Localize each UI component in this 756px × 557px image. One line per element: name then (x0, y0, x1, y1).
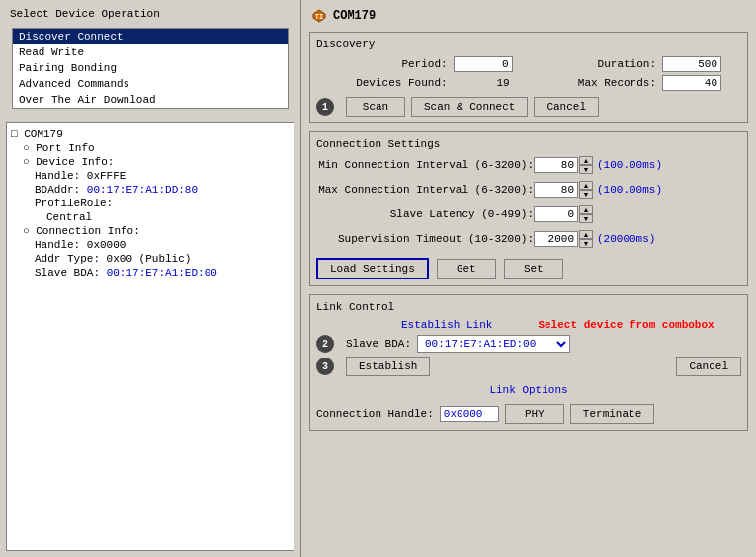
link-control-section: Link Control Establish Link Select devic… (309, 294, 748, 431)
operation-item[interactable]: Advanced Commands (13, 76, 288, 92)
scan-connect-button[interactable]: Scan & Connect (411, 97, 528, 117)
discovery-grid: Period: Duration: Devices Found: Max Rec… (316, 56, 741, 91)
device-operation-title: Select Device Operation (6, 6, 294, 22)
establish-cancel-row: 3 Establish Cancel (316, 357, 741, 376)
max-interval-input[interactable] (534, 182, 578, 198)
terminate-button[interactable]: Terminate (570, 404, 654, 424)
tree-item: ProfileRole: (11, 197, 290, 210)
max-records-input[interactable] (662, 75, 721, 91)
load-settings-button[interactable]: Load Settings (316, 258, 429, 279)
main-container: Select Device Operation Discover Connect… (0, 0, 756, 557)
get-button[interactable]: Get (437, 259, 496, 278)
tree-item: Addr Type: 0x00 (Public) (11, 252, 290, 266)
min-interval-label: Min Connection Interval (6-3200): (316, 159, 534, 171)
tree-item: Slave BDA: 00:17:E7:A1:ED:00 (11, 266, 290, 279)
max-interval-up[interactable]: ▲ (579, 181, 593, 190)
operation-item[interactable]: Over The Air Download (13, 92, 288, 108)
duration-label: Duration: (539, 58, 656, 70)
tree-panel: □ COM179○ Port Info○ Device Info:Handle:… (6, 122, 294, 551)
establish-button[interactable]: Establish (346, 357, 430, 376)
period-label: Period: (316, 58, 448, 70)
discovery-title: Discovery (316, 39, 741, 50)
tree-item: ○ Port Info (11, 141, 290, 155)
slave-latency-up[interactable]: ▲ (579, 205, 593, 214)
discovery-section: Discovery Period: Duration: Devices Foun… (309, 32, 748, 123)
device-operation-box: Discover ConnectRead WritePairing Bondin… (12, 28, 289, 109)
devices-found-label: Devices Found: (316, 77, 448, 89)
operation-item[interactable]: Discover Connect (13, 29, 288, 44)
conn-handle-input[interactable] (440, 406, 499, 422)
connection-settings-section: Connection Settings Min Connection Inter… (309, 131, 748, 286)
supervision-up[interactable]: ▲ (579, 230, 593, 239)
scan-button[interactable]: Scan (346, 97, 405, 117)
max-interval-label: Max Connection Interval (6-3200): (316, 184, 534, 196)
phy-button[interactable]: PHY (505, 404, 564, 424)
devices-found-input (454, 76, 513, 90)
max-records-label: Max Records: (539, 77, 656, 89)
slave-latency-down[interactable]: ▼ (579, 214, 593, 223)
slave-latency-row: Slave Latency (0-499): ▲ ▼ (316, 205, 741, 223)
min-interval-up[interactable]: ▲ (579, 156, 593, 165)
conn-settings-title: Connection Settings (316, 138, 741, 150)
slave-bda-label: Slave BDA: (346, 338, 411, 350)
set-button[interactable]: Set (504, 259, 563, 278)
establish-link-header: Establish Link Select device from combob… (316, 319, 741, 331)
select-hint: Select device from combobox (538, 319, 714, 331)
supervision-spinner: ▲ ▼ (534, 230, 593, 248)
tree-item: BDAddr: 00:17:E7:A1:DD:80 (11, 183, 290, 197)
link-control-title: Link Control (316, 301, 741, 313)
min-interval-down[interactable]: ▼ (579, 165, 593, 174)
min-interval-spinner: ▲ ▼ (534, 156, 593, 174)
min-interval-unit: (100.00ms) (597, 159, 662, 171)
scan-buttons-row: 1 Scan Scan & Connect Cancel (316, 97, 741, 117)
tree-item: Central (11, 210, 290, 224)
badge-3: 3 (316, 358, 334, 375)
slave-latency-label: Slave Latency (0-499): (316, 208, 534, 220)
tree-item: Handle: 0xFFFE (11, 169, 290, 183)
left-panel: Select Device Operation Discover Connect… (0, 0, 301, 557)
supervision-row: Supervision Timeout (10-3200): ▲ ▼ (2000… (316, 230, 741, 248)
min-interval-row: Min Connection Interval (6-3200): ▲ ▼ (1… (316, 156, 741, 174)
slave-bda-select[interactable]: 00:17:E7:A1:ED:00 (417, 335, 570, 353)
operation-item[interactable]: Read Write (13, 44, 288, 60)
max-interval-unit: (100.00ms) (597, 184, 662, 196)
tree-item: ○ Connection Info: (11, 224, 290, 238)
supervision-down[interactable]: ▼ (579, 239, 593, 248)
svg-text:TI: TI (315, 13, 323, 21)
badge-1: 1 (316, 98, 334, 116)
operation-list: Discover ConnectRead WritePairing Bondin… (13, 29, 288, 108)
max-interval-row: Max Connection Interval (6-3200): ▲ ▼ (1… (316, 181, 741, 199)
tree-item: ○ Device Info: (11, 155, 290, 169)
link-options-title: Link Options (316, 384, 741, 396)
max-interval-spinner: ▲ ▼ (534, 181, 593, 199)
link-options-row: Connection Handle: PHY Terminate (316, 404, 741, 424)
right-panel: TI COM179 Discovery Period: Duration: De… (301, 0, 756, 557)
com-title-bar: TI COM179 (305, 4, 752, 28)
tree-item: □ COM179 (11, 127, 290, 141)
badge-2: 2 (316, 335, 334, 353)
slave-bda-row: 2 Slave BDA: 00:17:E7:A1:ED:00 (316, 335, 741, 353)
max-interval-down[interactable]: ▼ (579, 190, 593, 199)
conn-settings-buttons: Load Settings Get Set (316, 258, 741, 279)
conn-handle-label: Connection Handle: (316, 408, 434, 420)
discovery-cancel-button[interactable]: Cancel (534, 97, 599, 117)
link-cancel-button[interactable]: Cancel (676, 357, 741, 376)
com-icon: TI (311, 8, 327, 24)
tree-item: Handle: 0x0000 (11, 238, 290, 252)
min-interval-input[interactable] (534, 157, 578, 173)
duration-input[interactable] (662, 56, 721, 72)
supervision-label: Supervision Timeout (10-3200): (316, 233, 534, 245)
min-interval-arrows: ▲ ▼ (579, 156, 593, 174)
max-interval-arrows: ▲ ▼ (579, 181, 593, 199)
slave-latency-arrows: ▲ ▼ (579, 205, 593, 223)
supervision-unit: (20000ms) (597, 233, 655, 245)
slave-latency-input[interactable] (534, 206, 578, 222)
supervision-input[interactable] (534, 231, 578, 247)
operation-item[interactable]: Pairing Bonding (13, 60, 288, 76)
slave-latency-spinner: ▲ ▼ (534, 205, 593, 223)
period-input[interactable] (454, 56, 513, 72)
establish-link-label: Establish Link (401, 319, 492, 331)
com-title-text: COM179 (333, 9, 376, 23)
supervision-arrows: ▲ ▼ (579, 230, 593, 248)
